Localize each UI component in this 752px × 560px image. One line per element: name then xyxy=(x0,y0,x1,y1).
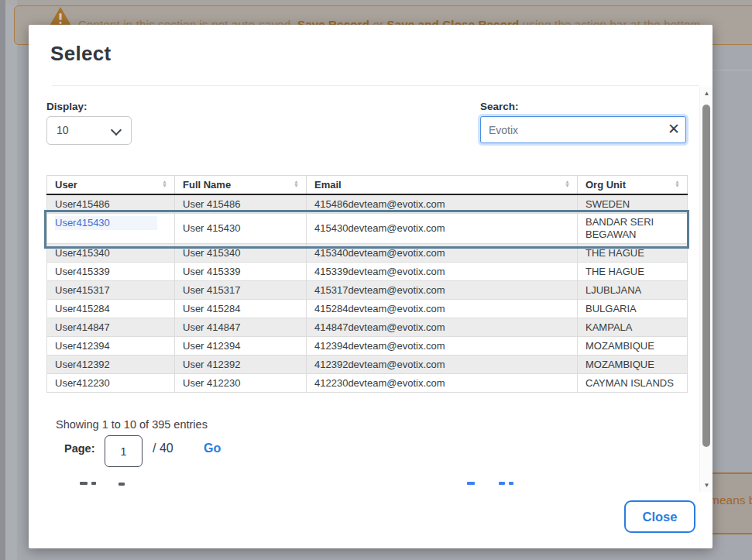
table-header-row: User▲▼ Full Name▲▼ Email▲▼ Org Unit▲▼ xyxy=(47,176,688,195)
modal-title: Select xyxy=(50,42,111,66)
display-label: Display: xyxy=(46,101,88,112)
table-row[interactable]: User415284User 415284 415284devteam@evot… xyxy=(47,300,688,318)
scroll-down-icon[interactable]: ▼ xyxy=(700,482,713,489)
table-row-selected[interactable]: User415430 User 415430 415430devteam@evo… xyxy=(47,214,688,244)
column-header-org-unit[interactable]: Org Unit▲▼ xyxy=(578,176,688,195)
search-field-wrap: ✕ xyxy=(480,116,686,143)
select-user-modal: Select Display: 10 Search: ✕ User▲▼ Full… xyxy=(29,25,713,548)
display-select-value: 10 xyxy=(57,124,69,136)
title-divider xyxy=(52,85,699,86)
clear-search-icon[interactable]: ✕ xyxy=(668,120,680,139)
table-row[interactable]: User412230User 412230 412230devteam@evot… xyxy=(47,374,688,393)
search-label: Search: xyxy=(480,101,519,112)
table-row[interactable]: User415340User 415340 415340devteam@evot… xyxy=(47,244,688,263)
clipped-text-fragment xyxy=(118,483,125,486)
clipped-link-fragment xyxy=(499,482,505,485)
table-row[interactable]: User415317User 415317 415317devteam@evot… xyxy=(47,281,688,300)
column-header-user[interactable]: User▲▼ xyxy=(47,176,175,195)
sidebar-edge-light xyxy=(5,0,17,560)
table-row[interactable]: User412394User 412394 412394devteam@evot… xyxy=(47,337,688,356)
close-button[interactable]: Close xyxy=(624,500,695,533)
clipped-text-fragment xyxy=(91,482,96,485)
page-total: / 40 xyxy=(153,441,173,455)
clipped-text-fragment xyxy=(80,482,88,485)
go-button[interactable]: Go xyxy=(204,441,221,455)
scrollbar-thumb[interactable] xyxy=(702,105,710,447)
sort-icon[interactable]: ▲▼ xyxy=(161,180,168,187)
entries-summary: Showing 1 to 10 of 395 entries xyxy=(56,418,208,431)
users-table: User▲▼ Full Name▲▼ Email▲▼ Org Unit▲▼ Us… xyxy=(46,175,688,393)
clipped-link-fragment xyxy=(467,482,475,485)
user-link[interactable]: User415430 xyxy=(55,217,110,228)
table-row[interactable]: User415486User 415486 415486devteam@evot… xyxy=(47,194,688,214)
table-row[interactable]: User415339User 415339 415339devteam@evot… xyxy=(47,263,688,281)
column-header-email[interactable]: Email▲▼ xyxy=(307,176,578,195)
table-row[interactable]: User412392User 412392 412392devteam@evot… xyxy=(47,356,688,374)
scroll-up-icon[interactable]: ▲ xyxy=(700,90,713,97)
search-input[interactable] xyxy=(480,116,686,143)
lower-banner-text: means b xyxy=(709,493,752,507)
table-row[interactable]: User414847User 414847 414847devteam@evot… xyxy=(47,318,688,337)
page-top-strip xyxy=(0,0,752,5)
sort-icon[interactable]: ▲▼ xyxy=(564,180,571,187)
page-number-input[interactable] xyxy=(105,435,143,467)
background-divider xyxy=(713,70,752,70)
page-label: Page: xyxy=(64,442,95,455)
sort-icon[interactable]: ▲▼ xyxy=(293,180,300,187)
modal-scrollbar[interactable]: ▲ ▼ xyxy=(699,87,713,492)
sort-icon[interactable]: ▲▼ xyxy=(674,180,681,187)
display-select[interactable]: 10 xyxy=(46,116,132,145)
column-header-full-name[interactable]: Full Name▲▼ xyxy=(175,176,307,195)
sidebar-edge xyxy=(0,0,5,560)
clipped-link-fragment xyxy=(509,482,513,485)
chevron-down-icon xyxy=(111,125,122,136)
